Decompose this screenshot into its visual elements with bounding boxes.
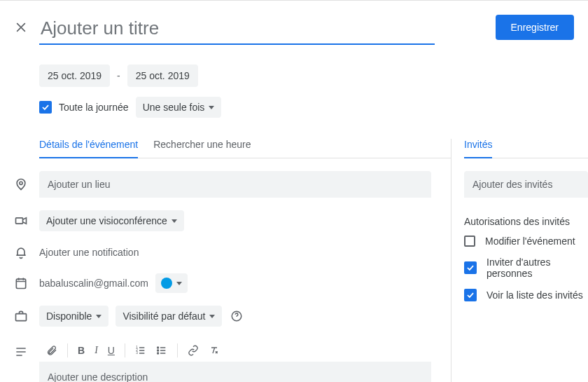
bell-icon [11,245,39,259]
description-icon [11,339,39,359]
calendar-owner-email: babaluscalin@gmail.com [39,275,148,292]
separator [125,343,125,357]
date-separator: - [114,70,123,81]
chevron-down-icon [209,106,214,109]
svg-rect-3 [16,314,27,321]
svg-rect-1 [16,218,23,224]
visibility-dropdown[interactable]: Visibilité par défaut [115,306,222,327]
chevron-down-icon [176,282,182,285]
video-conference-dropdown[interactable]: Ajouter une visioconférence [39,210,184,231]
svg-point-9 [158,350,159,351]
close-icon[interactable] [14,20,28,34]
perm-seelist-label: Voir la liste des invités [486,289,583,301]
event-color-dropdown[interactable] [155,273,188,293]
svg-point-0 [20,182,22,184]
all-day-label: Toute la journée [59,102,129,113]
chevron-down-icon [209,315,215,318]
recurrence-label: Une seule fois [143,102,205,113]
calendar-icon [11,276,39,290]
start-date-chip[interactable]: 25 oct. 2019 [39,64,110,87]
separator [67,343,68,357]
tab-event-details[interactable]: Détails de l'événement [39,139,138,158]
video-icon [11,214,39,228]
svg-point-10 [158,353,159,354]
location-icon [11,177,39,191]
svg-point-8 [158,347,159,348]
perm-invite-label: Inviter d'autres personnes [486,257,588,279]
save-button[interactable]: Enregistrer [496,15,574,40]
clear-formatting-icon[interactable] [209,345,220,356]
help-icon[interactable] [230,310,243,322]
italic-icon[interactable]: I [94,345,98,356]
video-conference-label: Ajouter une visioconférence [46,215,167,226]
recurrence-dropdown[interactable]: Une seule fois [136,97,222,118]
event-title-input[interactable] [39,15,435,45]
visibility-label: Visibilité par défaut [122,311,205,322]
add-guests-input[interactable] [464,171,588,198]
perm-modify-label: Modifier l'événement [485,236,575,247]
tab-guests[interactable]: Invités [464,139,492,158]
location-input[interactable] [39,171,431,198]
perm-seelist-checkbox[interactable] [464,289,477,301]
color-dot-icon [161,278,172,289]
availability-label: Disponible [46,311,92,322]
chevron-down-icon [96,315,102,318]
bold-icon[interactable]: B [78,345,85,356]
all-day-checkbox[interactable] [39,101,52,114]
svg-rect-2 [16,279,25,288]
availability-dropdown[interactable]: Disponible [39,306,108,327]
attachment-icon[interactable] [46,345,57,356]
description-input[interactable]: Ajouter une description [39,362,431,382]
add-notification-button[interactable]: Ajouter une notification [39,244,139,261]
briefcase-icon [11,309,39,323]
bullet-list-icon[interactable] [156,345,167,356]
link-icon[interactable] [188,345,199,356]
underline-icon[interactable]: U [108,345,115,356]
chevron-down-icon [172,219,177,223]
perm-invite-checkbox[interactable] [464,261,477,274]
guest-permissions-title: Autorisations des invités [464,216,588,227]
separator [177,343,178,357]
tab-find-time[interactable]: Rechercher une heure [153,139,251,158]
numbered-list-icon[interactable]: 123 [135,345,146,356]
svg-text:3: 3 [136,351,138,355]
perm-modify-checkbox[interactable] [464,236,475,247]
end-date-chip[interactable]: 25 oct. 2019 [127,64,198,87]
